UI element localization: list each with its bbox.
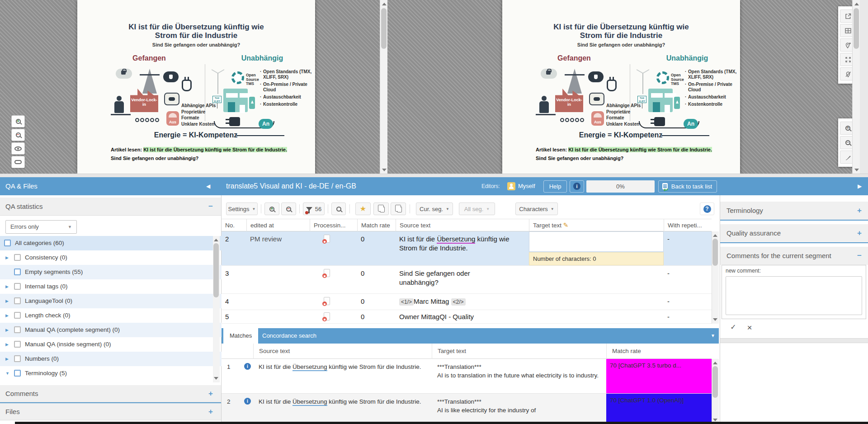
col-with-repetitions[interactable]: With repeti... [664, 219, 712, 232]
expand-arrow-icon[interactable] [5, 279, 9, 294]
segment-row[interactable]: 2 PM review 0 KI ist für die Übersetzung… [222, 231, 712, 266]
grid-scrollbar[interactable] [712, 231, 719, 324]
expand-arrow-icon[interactable] [5, 352, 9, 366]
zoom-in-button[interactable]: + [11, 115, 25, 127]
settings-button[interactable]: Settings▼ [226, 203, 258, 215]
expand-arrow-icon[interactable] [5, 337, 9, 352]
checkbox[interactable] [4, 240, 11, 246]
qa-category-internal-tags[interactable]: Internal tags (0) [0, 279, 222, 294]
qa-statistics-header[interactable]: QA statistics − [0, 198, 221, 216]
checkbox[interactable] [14, 355, 21, 362]
scrollbar-thumb[interactable] [854, 8, 859, 49]
tab-concordance-search[interactable]: Concordance search [256, 328, 323, 344]
right-pane-scrollbar[interactable] [852, 0, 860, 174]
checkbox[interactable] [14, 370, 21, 377]
segment-row[interactable]: 4 0 <1/>Marc Mittag <2/> - [222, 294, 712, 310]
checkbox[interactable] [14, 326, 21, 333]
comments-section-header[interactable]: Comments + [0, 385, 221, 402]
terminology-panel-header[interactable]: Terminology + [720, 202, 868, 220]
scrollbar-thumb[interactable] [712, 366, 718, 398]
all-segments-dropdown[interactable]: All seg.▼ [459, 203, 495, 215]
col-source-text[interactable]: Source text [253, 344, 432, 359]
collapse-arrow-icon[interactable] [5, 366, 9, 381]
left-pane-scrollbar[interactable] [380, 0, 387, 174]
qa-category-numbers[interactable]: Numbers (0) [0, 352, 222, 366]
checkbox[interactable] [14, 297, 21, 304]
current-segment-dropdown[interactable]: Cur. seg.▼ [416, 203, 453, 215]
expand-arrow-icon[interactable] [5, 323, 9, 337]
collapse-left-panel-arrow[interactable]: ◀ [206, 177, 210, 195]
expand-plus-icon[interactable]: + [208, 385, 213, 402]
files-section-header[interactable]: Files + [0, 403, 221, 420]
col-match-rate[interactable]: Match rate [357, 219, 396, 232]
collapse-matches-arrow[interactable]: ▼ [711, 328, 715, 344]
expand-arrow-icon[interactable] [5, 250, 9, 265]
checkbox[interactable] [14, 283, 21, 290]
col-target-text[interactable]: Target text ✎ [529, 219, 664, 232]
target-text-editor[interactable] [529, 231, 664, 252]
target-page-preview[interactable]: KI ist für die Übersetzung künftig wie S… [502, 0, 740, 174]
expand-arrow-icon[interactable] [5, 308, 9, 323]
scroll-down-icon[interactable] [713, 419, 717, 421]
article-segment-highlight[interactable]: KI ist für die Übersetzung künftig wie S… [568, 147, 712, 152]
bookmark-button[interactable]: ★ [355, 203, 371, 215]
col-edited-at[interactable]: edited at [246, 219, 310, 232]
scroll-up-icon[interactable] [854, 3, 859, 5]
qa-category-manual-qa-complete[interactable]: Manual QA (complete segment) (0) [0, 323, 222, 337]
expand-plus-icon[interactable]: + [208, 403, 213, 420]
scroll-down-icon[interactable] [382, 169, 387, 171]
cancel-comment-button[interactable]: × [744, 323, 755, 333]
copy-target-button[interactable] [391, 203, 406, 215]
qa-category-length-check[interactable]: Length check (0) [0, 308, 222, 323]
qa-category-empty-segments[interactable]: Empty segments (55) [0, 265, 222, 279]
scroll-up-icon[interactable] [713, 362, 717, 364]
segment-comments-panel-header[interactable]: Comments for the current segment − [720, 247, 868, 265]
filter-button[interactable]: 56 [303, 203, 325, 215]
scrollbar-thumb[interactable] [712, 239, 718, 266]
article-line2[interactable]: Sind Sie gefangen oder unabhängig? [111, 154, 310, 163]
quality-assurance-panel-header[interactable]: Quality assurance + [720, 224, 868, 242]
search-button[interactable] [331, 203, 346, 215]
collapse-minus-icon[interactable]: − [857, 247, 862, 265]
scroll-up-icon[interactable] [713, 234, 717, 237]
scroll-down-icon[interactable] [854, 169, 859, 171]
info-button[interactable] [570, 180, 584, 193]
zoom-in-grid-button[interactable]: + [264, 203, 279, 215]
qa-category-manual-qa-inside[interactable]: Manual QA (inside segment) (0) [0, 337, 222, 352]
show-segments-button[interactable] [11, 142, 25, 155]
sidebar-scrollbar[interactable] [213, 236, 220, 382]
info-icon[interactable] [244, 398, 251, 405]
article-segment-highlight[interactable]: KI ist für die Übersetzung künftig wie S… [143, 147, 287, 152]
zoom-out-button[interactable]: − [11, 129, 25, 141]
source-page-preview[interactable]: KI ist für die Übersetzung künftig wie S… [77, 0, 315, 174]
qa-category-terminology[interactable]: Terminology (5) [0, 366, 222, 381]
col-processing[interactable]: Processin... [310, 219, 357, 232]
collapse-right-panel-arrow[interactable]: ▶ [858, 177, 862, 195]
col-no[interactable]: No. [222, 219, 246, 232]
scroll-down-icon[interactable] [713, 318, 717, 321]
qa-category-consistency[interactable]: Consistency (0) [0, 250, 222, 265]
article-line2[interactable]: Sind Sie gefangen oder unabhängig? [536, 154, 735, 163]
grid-help-button[interactable] [700, 203, 714, 215]
scrollbar-thumb[interactable] [213, 243, 219, 297]
help-button[interactable]: Help [543, 180, 567, 193]
errors-filter-dropdown[interactable]: Errors only ▼ [5, 220, 77, 234]
match-row[interactable]: 1 KI ist für die Übersetzung künftig wie… [222, 359, 712, 394]
new-comment-input[interactable] [726, 276, 862, 315]
match-row[interactable]: 2 KI ist für die Übersetzung künftig wie… [222, 394, 712, 424]
copy-source-button[interactable] [373, 203, 389, 215]
expand-plus-icon[interactable]: + [857, 202, 862, 220]
toggle-overlay-button[interactable] [11, 156, 25, 168]
scroll-up-icon[interactable] [382, 3, 387, 5]
col-source-text[interactable]: Source text [396, 219, 529, 232]
save-comment-button[interactable]: ✓ [727, 323, 739, 331]
checkbox[interactable] [14, 269, 21, 275]
qa-category-all[interactable]: All categories (60) [0, 236, 222, 250]
tab-matches[interactable]: Matches [223, 328, 258, 344]
expand-arrow-icon[interactable] [5, 294, 9, 308]
scrollbar-thumb[interactable] [381, 8, 387, 49]
characters-dropdown[interactable]: Characters▼ [515, 203, 558, 215]
segment-row[interactable]: 3 0 Sind Sie gefangen oder unabhängig? - [222, 266, 712, 294]
info-icon[interactable] [244, 363, 251, 370]
col-target-text[interactable]: Target text [432, 344, 606, 359]
